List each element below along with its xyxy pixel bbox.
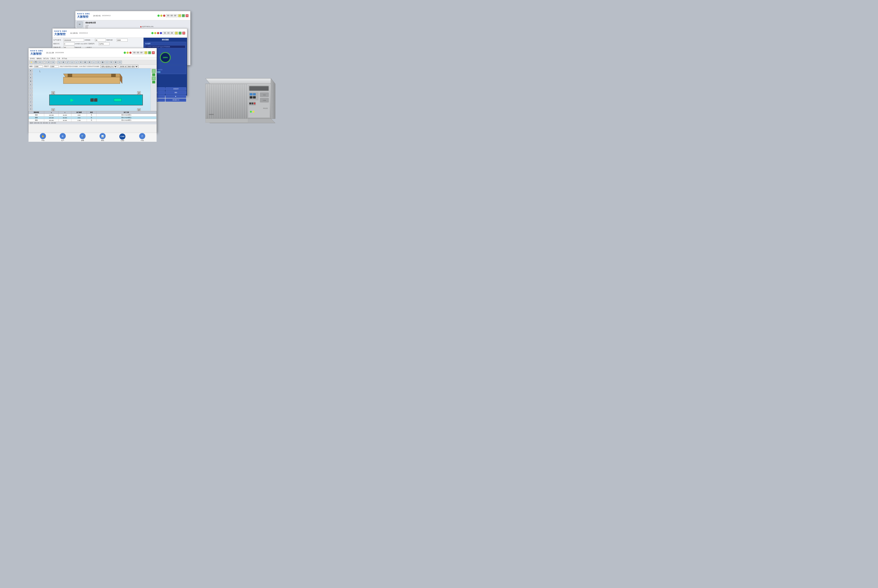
cam-close-btn[interactable]: ✕ xyxy=(152,51,155,54)
nav-btn-manual[interactable]: ✋ 手动 xyxy=(40,133,46,141)
nc-maximize-btn[interactable]: □ xyxy=(178,32,181,34)
toolbar-btn-move[interactable]: ✛ xyxy=(79,60,83,64)
nc-btn-play[interactable]: ▶ xyxy=(165,95,186,98)
nc-btn-addprog[interactable]: 加装程序 xyxy=(165,87,186,91)
stats-close-btn[interactable]: ✕ xyxy=(186,14,189,17)
side-btn-11[interactable]: ⊕ xyxy=(29,104,33,107)
coord-y-input[interactable] xyxy=(50,66,59,68)
toolbar-btn-offset[interactable]: ⊞ xyxy=(114,60,118,64)
nc-progress-circle: 100% xyxy=(160,52,171,63)
toolbar-btn-dim[interactable]: ↔ xyxy=(92,60,96,64)
menu-about[interactable]: 关于(A) xyxy=(62,57,67,60)
material-qty-input[interactable] xyxy=(117,39,127,42)
coord-x-input[interactable] xyxy=(34,66,43,68)
coord-mode-select[interactable]: 限风力度变化方式 其他方式 xyxy=(100,65,117,68)
prodorder-label: 生产任务号 xyxy=(53,39,63,41)
cam-checkbox-green1[interactable]: ✓ xyxy=(152,69,156,73)
side-btn-6[interactable]: + xyxy=(29,87,33,90)
svg-rect-19 xyxy=(233,84,234,119)
side-btn-4[interactable]: ◆ xyxy=(29,80,33,82)
cam-win-controls[interactable]: 00:00:00 ─ □ ✕ xyxy=(124,51,155,54)
nav-btn-cam[interactable]: CAM CAM xyxy=(119,134,126,141)
menu-tools[interactable]: 工具(T) xyxy=(50,57,55,60)
cam-coord-bar: 编移: 用在于 用在于 空间内平面XZ方向编移 0.000 用在于 空间内XZ平… xyxy=(28,64,157,68)
menu-view[interactable]: 工具 xyxy=(57,57,60,60)
stats-dot-red xyxy=(163,15,165,17)
b-param-input[interactable] xyxy=(64,42,75,45)
toolbar-btn-rotate[interactable]: ↻ xyxy=(109,60,113,64)
cam-toolbar: 📁 💾 ✂ 📋 ↩ ↪ 🔍 ⊕ ╱ □ ○ ✛ ⊞ ⊟ ↔ T ▤ ⬚ ↻ ⊞ … xyxy=(28,60,157,64)
side-btn-8[interactable]: ≡ xyxy=(29,93,33,96)
stats-win-controls[interactable]: 00:00:00 ─ □ ✕ xyxy=(157,14,189,17)
side-btn-9[interactable]: ✓ xyxy=(29,97,33,100)
svg-rect-1 xyxy=(63,77,120,84)
side-btn-1[interactable]: ▶ xyxy=(29,69,33,72)
side-btn-5[interactable]: ▲ xyxy=(29,83,33,86)
nav-btn-diagnose[interactable]: 🔍 诊断 xyxy=(79,133,85,141)
toolbar-btn-rect[interactable]: □ xyxy=(70,60,74,64)
side-btn-3[interactable]: ■ xyxy=(29,76,33,79)
toolbar-btn-6[interactable]: ↪ xyxy=(51,60,55,64)
svg-rect-32 xyxy=(250,93,252,95)
svg-rect-33 xyxy=(253,93,256,95)
nc-close-btn[interactable]: ✕ xyxy=(182,32,185,34)
nc-logo: HAN'S SMC 大族智控 xyxy=(54,30,67,36)
td-tool: 喷-02.41(03用它) xyxy=(96,119,156,122)
nc-win-controls[interactable]: 00:00:00 ─ □ ✕ xyxy=(151,32,185,34)
toolbar-btn-snap[interactable]: ⊞ xyxy=(83,60,87,64)
titlebar-nc: HAN'S SMC 大族智控 11:18:01 2023/04/13 00:00… xyxy=(52,28,187,38)
toolbar-btn-3[interactable]: ✂ xyxy=(38,60,42,64)
stats-maximize-btn[interactable]: □ xyxy=(182,14,185,17)
cam-minimize-btn[interactable]: ─ xyxy=(144,51,147,54)
svg-rect-34 xyxy=(250,96,252,98)
stats-minimize-btn[interactable]: ─ xyxy=(178,14,181,17)
stats-time: 14:42:41 xyxy=(93,15,100,17)
nav-btn-debug[interactable]: 📊 调试 xyxy=(99,133,106,141)
tolerance-input[interactable] xyxy=(95,39,106,42)
toolbar-btn-1[interactable]: 📁 xyxy=(29,60,33,64)
cam-viewport[interactable]: L 1 2 xyxy=(33,68,150,111)
material-no-input[interactable] xyxy=(99,42,109,45)
toolbar-btn-2[interactable]: 💾 xyxy=(34,60,37,64)
nc-title-left: HAN'S SMC 大族智控 11:18:01 2023/04/13 xyxy=(54,30,88,36)
nc-form-b-param: 锯切方式 文件模式 Haas 程序打 xyxy=(53,42,88,45)
side-btn-2[interactable]: ● xyxy=(29,72,33,76)
b-param-label: 锯切方式 xyxy=(53,43,63,45)
label-1-top: 1 xyxy=(51,91,55,95)
label-2-top: 2 xyxy=(137,91,141,95)
stats-sidebar-info[interactable]: ✉ xyxy=(76,21,83,27)
toolbar-btn-mirror[interactable]: ⬚ xyxy=(105,60,109,64)
toolbar-btn-5[interactable]: ↩ xyxy=(47,60,51,64)
toolbar-btn-4[interactable]: 📋 xyxy=(42,60,46,64)
cam-title-left: HAN'S SMC 大族智控 21:11:28 2023/03/06 xyxy=(30,50,64,56)
side-btn-10[interactable]: ✗ xyxy=(29,100,33,104)
toolbar-btn-trim[interactable]: ✂ xyxy=(118,60,122,64)
toolbar-btn-text[interactable]: T xyxy=(96,60,100,64)
nav-btn-schedule[interactable]: ⏱ 计划 xyxy=(139,133,145,141)
window-cam: HAN'S SMC 大族智控 21:11:28 2023/03/06 00:00… xyxy=(28,48,157,133)
toolbar-btn-circle[interactable]: ○ xyxy=(75,60,78,64)
nav-icon-diagnose: 🔍 xyxy=(79,133,85,139)
side-btn-7[interactable]: − xyxy=(29,90,33,93)
toolbar-btn-grid[interactable]: ⊟ xyxy=(88,60,91,64)
nc-btn-testmode[interactable]: 调试模式 ⚙ xyxy=(165,98,186,102)
menu-edit[interactable]: 编辑(E) xyxy=(37,57,42,60)
nav-btn-production[interactable]: ⚙ 生产 xyxy=(60,133,66,141)
toolbar-btn-fill[interactable]: ▤ xyxy=(100,60,105,64)
svg-rect-25 xyxy=(246,84,247,119)
cam-checkbox-green2[interactable]: ✓ xyxy=(152,76,156,80)
nc-minimize-btn[interactable]: ─ xyxy=(175,32,178,34)
nc-btn-delete[interactable]: 删除 xyxy=(165,91,186,94)
toolbar-btn-select[interactable]: ⊕ xyxy=(61,60,65,64)
prodorder-input[interactable] xyxy=(64,39,84,42)
cam-dot-green xyxy=(124,52,126,54)
toolbar-btn-line[interactable]: ╱ xyxy=(66,60,70,64)
cam-maximize-btn[interactable]: □ xyxy=(148,51,151,54)
nc-order-btn[interactable]: 打印 xyxy=(157,71,160,73)
menu-file[interactable]: 文件(F) xyxy=(30,57,35,60)
toolbar-btn-zoom[interactable]: 🔍 xyxy=(57,60,61,64)
legend-dot-1 xyxy=(140,26,142,27)
coord-add-select[interactable]: 目积程-加工画程+面程 xyxy=(119,65,138,68)
menu-machining[interactable]: 加工(O) xyxy=(43,57,49,60)
side-btn-12[interactable]: ⊗ xyxy=(29,107,33,110)
